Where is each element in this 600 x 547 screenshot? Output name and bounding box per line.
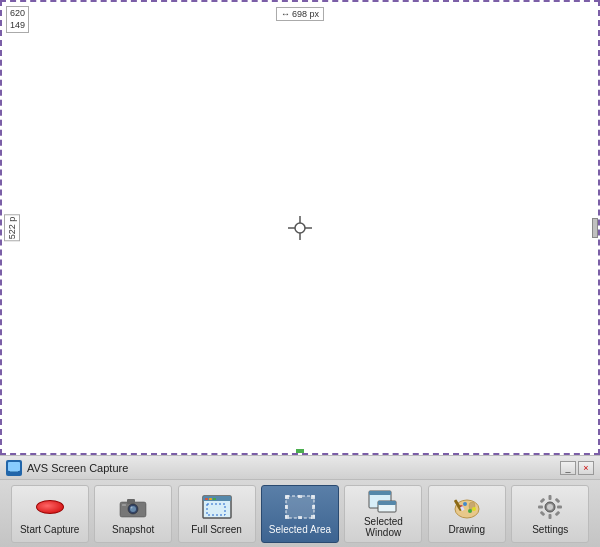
svg-rect-28 bbox=[285, 505, 288, 509]
svg-rect-7 bbox=[11, 472, 17, 474]
svg-rect-46 bbox=[538, 505, 543, 508]
svg-rect-50 bbox=[540, 510, 546, 516]
svg-rect-22 bbox=[285, 495, 289, 499]
svg-point-43 bbox=[547, 504, 553, 510]
snapshot-icon bbox=[117, 493, 149, 521]
svg-rect-44 bbox=[549, 495, 552, 500]
svg-rect-17 bbox=[205, 498, 208, 500]
toolbar: Start Capture Snapshot bbox=[0, 479, 600, 547]
drawing-label: Drawing bbox=[448, 524, 485, 535]
dimension-label-height: 522 p bbox=[4, 214, 20, 241]
svg-rect-14 bbox=[122, 504, 126, 506]
svg-rect-24 bbox=[285, 515, 289, 519]
settings-icon bbox=[534, 493, 566, 521]
svg-rect-19 bbox=[213, 498, 216, 500]
titlebar-title: AVS Screen Capture bbox=[27, 462, 560, 474]
settings-button[interactable]: Settings bbox=[511, 485, 589, 543]
svg-rect-47 bbox=[557, 505, 562, 508]
drawing-icon bbox=[451, 493, 483, 521]
start-capture-icon bbox=[34, 493, 66, 521]
svg-rect-23 bbox=[311, 495, 315, 499]
dimension-label-width: ↔ 698 px bbox=[276, 7, 324, 21]
svg-rect-27 bbox=[298, 516, 302, 519]
svg-rect-45 bbox=[549, 514, 552, 519]
capture-area: 620 149 ↔ 698 px 522 p bbox=[0, 0, 600, 455]
svg-rect-49 bbox=[555, 497, 561, 503]
svg-rect-25 bbox=[311, 515, 315, 519]
minimize-button[interactable]: _ bbox=[560, 461, 576, 475]
crosshair-icon bbox=[288, 216, 312, 240]
svg-point-0 bbox=[295, 223, 305, 233]
start-capture-button[interactable]: Start Capture bbox=[11, 485, 89, 543]
selected-area-label: Selected Area bbox=[269, 524, 331, 535]
svg-rect-26 bbox=[298, 495, 302, 498]
svg-rect-6 bbox=[8, 462, 20, 471]
full-screen-label: Full Screen bbox=[191, 524, 242, 535]
settings-label: Settings bbox=[532, 524, 568, 535]
svg-point-39 bbox=[472, 507, 476, 511]
app-icon bbox=[6, 460, 22, 476]
svg-rect-33 bbox=[378, 501, 396, 505]
svg-point-37 bbox=[463, 502, 467, 506]
svg-point-38 bbox=[468, 509, 472, 513]
svg-rect-8 bbox=[10, 471, 18, 472]
svg-rect-51 bbox=[555, 510, 561, 516]
selected-window-icon bbox=[367, 489, 399, 513]
svg-rect-48 bbox=[540, 497, 546, 503]
svg-rect-10 bbox=[127, 499, 135, 504]
snapshot-label: Snapshot bbox=[112, 524, 154, 535]
position-label-topleft: 620 149 bbox=[6, 6, 29, 33]
snapshot-button[interactable]: Snapshot bbox=[94, 485, 172, 543]
svg-rect-31 bbox=[369, 491, 391, 495]
svg-rect-21 bbox=[286, 496, 314, 518]
selected-window-label: Selected Window bbox=[347, 516, 419, 538]
full-screen-button[interactable]: Full Screen bbox=[178, 485, 256, 543]
fullscreen-icon bbox=[201, 493, 233, 521]
selected-area-button[interactable]: Selected Area bbox=[261, 485, 339, 543]
titlebar: AVS Screen Capture _ × bbox=[0, 455, 600, 479]
svg-point-13 bbox=[131, 506, 133, 508]
selected-window-button[interactable]: Selected Window bbox=[344, 485, 422, 543]
svg-rect-18 bbox=[209, 498, 212, 500]
start-capture-label: Start Capture bbox=[20, 524, 79, 535]
window-controls: _ × bbox=[560, 461, 594, 475]
svg-rect-29 bbox=[312, 505, 315, 509]
close-button[interactable]: × bbox=[578, 461, 594, 475]
drawing-button[interactable]: Drawing bbox=[428, 485, 506, 543]
right-edge-handle[interactable] bbox=[592, 218, 598, 238]
selected-area-icon bbox=[284, 493, 316, 521]
